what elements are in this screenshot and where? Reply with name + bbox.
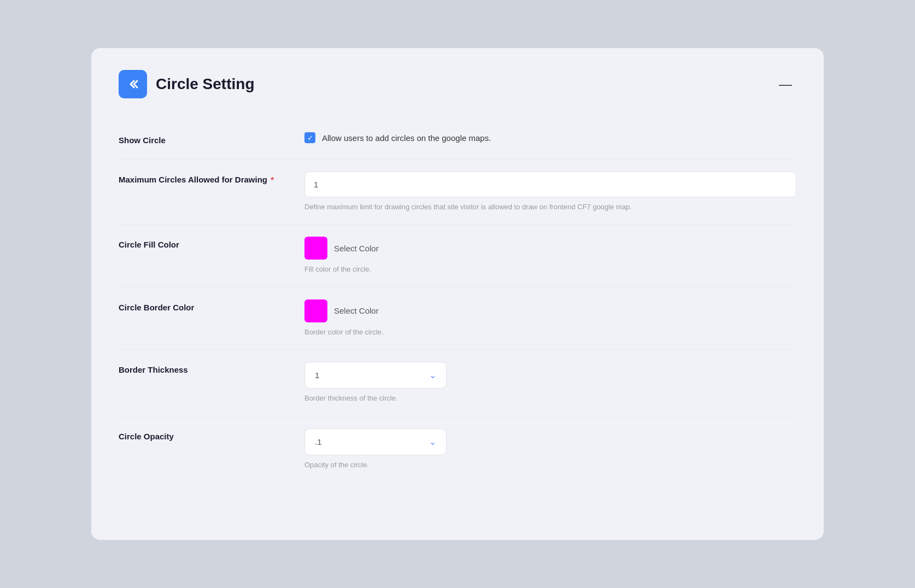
minimize-button[interactable]: — (775, 75, 796, 93)
border-thickness-hint: Border thickness of the circle. (304, 393, 796, 404)
checkmark-icon: ✓ (307, 134, 313, 142)
setting-row-circle-opacity: Circle Opacity .1 ⌄ Opacity of the circl… (119, 416, 796, 483)
logo-icon (119, 70, 147, 98)
border-thickness-dropdown[interactable]: 1 ⌄ (304, 362, 447, 389)
control-circle-opacity: .1 ⌄ Opacity of the circle. (304, 428, 796, 471)
control-border-thickness: 1 ⌄ Border thickness of the circle. (304, 362, 796, 404)
border-thickness-value: 1 (315, 371, 319, 380)
control-show-circle: ✓ Allow users to add circles on the goog… (304, 132, 796, 143)
chevron-down-icon: ⌄ (429, 370, 436, 380)
max-circles-hint: Define maximum limit for drawing circles… (304, 202, 796, 213)
circle-opacity-dropdown[interactable]: .1 ⌄ (304, 428, 447, 455)
fill-color-hint: Fill color of the circle. (304, 264, 796, 275)
label-fill-color: Circle Fill Color (119, 237, 304, 251)
setting-row-border-color: Circle Border Color Select Color Border … (119, 287, 796, 350)
border-color-swatch (304, 299, 327, 322)
border-color-selector[interactable]: Select Color (304, 299, 796, 322)
panel-title: Circle Setting (156, 75, 254, 93)
required-indicator: * (271, 175, 274, 184)
circle-opacity-value: .1 (315, 437, 322, 446)
header-left: Circle Setting (119, 70, 254, 98)
show-circle-label: Allow users to add circles on the google… (322, 133, 491, 143)
checkbox-row: ✓ Allow users to add circles on the goog… (304, 132, 796, 143)
control-fill-color: Select Color Fill color of the circle. (304, 237, 796, 275)
setting-row-fill-color: Circle Fill Color Select Color Fill colo… (119, 225, 796, 287)
settings-table: Show Circle ✓ Allow users to add circles… (119, 120, 796, 482)
settings-panel: Circle Setting — Show Circle ✓ Allow use… (91, 48, 824, 540)
show-circle-checkbox[interactable]: ✓ (304, 132, 315, 143)
border-color-label: Select Color (334, 306, 379, 315)
label-circle-opacity: Circle Opacity (119, 428, 304, 443)
label-show-circle: Show Circle (119, 132, 304, 147)
panel-header: Circle Setting — (119, 70, 796, 98)
border-color-hint: Border color of the circle. (304, 327, 796, 338)
setting-row-border-thickness: Border Thickness 1 ⌄ Border thickness of… (119, 350, 796, 416)
max-circles-input[interactable] (304, 172, 796, 197)
setting-row-show-circle: Show Circle ✓ Allow users to add circles… (119, 120, 796, 160)
setting-row-max-circles: Maximum Circles Allowed for Drawing * De… (119, 160, 796, 225)
fill-color-label: Select Color (334, 244, 379, 253)
label-max-circles: Maximum Circles Allowed for Drawing * (119, 172, 304, 186)
control-max-circles: Define maximum limit for drawing circles… (304, 172, 796, 213)
label-border-thickness: Border Thickness (119, 362, 304, 377)
chevron-down-icon-opacity: ⌄ (429, 437, 436, 447)
fill-color-swatch (304, 237, 327, 260)
fill-color-selector[interactable]: Select Color (304, 237, 796, 260)
control-border-color: Select Color Border color of the circle. (304, 299, 796, 338)
circle-opacity-hint: Opacity of the circle. (304, 460, 796, 471)
label-border-color: Circle Border Color (119, 299, 304, 314)
